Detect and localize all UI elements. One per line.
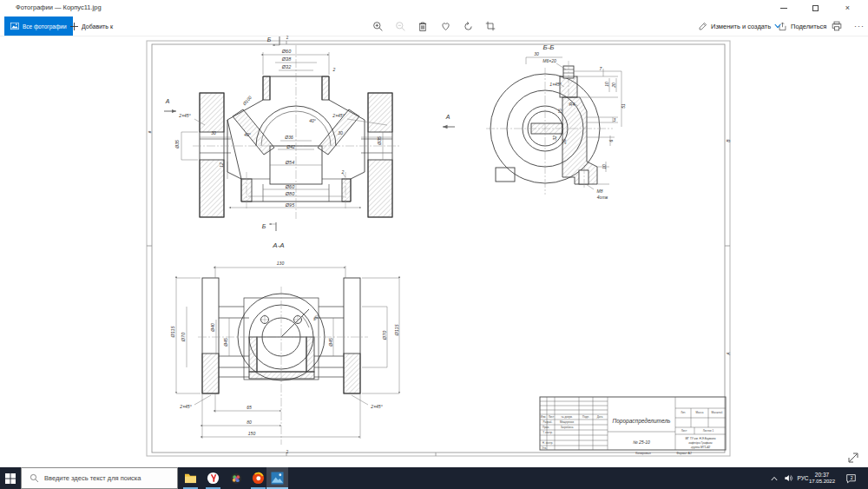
minimize-button[interactable]: [767, 0, 799, 16]
close-icon: ×: [845, 3, 850, 12]
dimension-label: Ø42: [286, 145, 294, 149]
dimension-label: Б: [262, 224, 266, 230]
dimension-label: 6: [609, 140, 614, 142]
dimension-label: 20: [612, 83, 616, 88]
dimension-label: 2×45°: [179, 114, 190, 118]
heart-icon: [440, 21, 451, 31]
drawing-labels: ББААØ60Ø38Ø3222×45°2×45°Ø35Ø353030Ø10040…: [0, 36, 868, 467]
photo-canvas[interactable]: ББААØ60Ø38Ø3222×45°2×45°Ø35Ø353030Ø10040…: [0, 36, 868, 467]
tray-clock[interactable]: 20:37 17.05.2022: [806, 467, 838, 489]
dimension-label: 30: [534, 52, 539, 56]
title-block-text: 2: [286, 36, 289, 41]
dimension-label: 130: [277, 261, 284, 266]
share-button[interactable]: Поделиться: [778, 18, 826, 34]
taskbar-app-compass[interactable]: [249, 469, 267, 487]
dimension-label: Ø45: [224, 338, 228, 346]
windows-logo-icon: [5, 473, 16, 484]
title-block-text: Лист: [681, 430, 687, 433]
dimension-label: 2: [333, 68, 336, 72]
dimension-label: Ø38: [282, 56, 291, 62]
dimension-label: А: [446, 115, 450, 121]
title-block-text: Разраб.: [543, 421, 553, 424]
title-block-text: № докум.: [561, 416, 572, 419]
title-block-text: Листов 1: [703, 430, 713, 433]
share-label: Поделиться: [791, 23, 826, 30]
favorite-button[interactable]: [437, 18, 454, 34]
dimension-label: № 25-10: [633, 440, 650, 445]
search-input[interactable]: [44, 474, 174, 482]
zoom-out-button[interactable]: [391, 18, 409, 34]
crop-button[interactable]: [482, 18, 499, 34]
file-explorer-icon: [184, 472, 197, 484]
rotate-button[interactable]: [459, 18, 477, 34]
diagonal-resize-icon[interactable]: [847, 452, 859, 464]
dimension-label: М6×20: [542, 59, 556, 63]
dimension-label: МГ ТУ им. Н.Э.Баумана: [685, 437, 715, 439]
dimension-label: 4отв: [597, 195, 608, 200]
zoom-in-button[interactable]: [369, 18, 386, 34]
dimension-label: R4: [569, 102, 575, 107]
dimension-label: Ø100: [242, 96, 253, 106]
title-block-text: Лит.: [681, 412, 686, 414]
start-button[interactable]: [0, 467, 21, 489]
speaker-icon: [784, 473, 793, 483]
title-block-text: Масса: [696, 412, 704, 414]
delete-button[interactable]: [414, 18, 431, 34]
title-block-text: Пров.: [542, 426, 549, 429]
dimension-label: 51: [621, 103, 626, 109]
dimension-label: 30: [211, 131, 216, 135]
more-options-button[interactable]: ···: [852, 18, 866, 34]
tray-action-center[interactable]: 2: [840, 467, 861, 489]
taskbar-app-photos-active[interactable]: [266, 467, 288, 489]
dimension-label: 10: [602, 164, 607, 169]
tray-show-hidden-icons[interactable]: [767, 467, 781, 489]
title-bar: Фотографии — Корпус11.jpg ×: [0, 0, 868, 16]
notification-count: 2: [850, 475, 852, 480]
close-button[interactable]: ×: [832, 0, 864, 16]
title-block-text: Н. контр.: [542, 442, 553, 445]
dimension-label: Ø32: [282, 64, 291, 69]
search-box[interactable]: [21, 467, 178, 489]
add-to-label: Добавить к: [82, 23, 113, 30]
dimension-label: 40°: [244, 133, 251, 137]
title-block-text: Дата: [597, 416, 603, 419]
title-block-text: Лист: [549, 416, 555, 419]
tray-time: 20:37: [815, 472, 829, 479]
dimension-label: Ø35: [378, 136, 382, 144]
dimension-label: 45°: [312, 314, 320, 322]
add-to-button[interactable]: Добавить к: [67, 17, 116, 36]
share-icon: [778, 22, 787, 31]
print-button[interactable]: [829, 18, 845, 34]
taskbar: РУС 20:37 17.05.2022 2: [0, 467, 868, 489]
photos-app-window: Фотографии — Корпус11.jpg × Все фотограф…: [0, 0, 868, 489]
tray-date: 17.05.2022: [809, 479, 835, 485]
dimension-label: 30: [338, 131, 343, 135]
edit-create-button[interactable]: Изменить и создать: [698, 18, 781, 34]
rotate-icon: [463, 21, 474, 32]
photo-icon: [10, 22, 19, 30]
taskbar-app-yandex-browser[interactable]: [204, 469, 222, 487]
dimension-label: 3: [614, 118, 616, 122]
taskbar-app-file-explorer[interactable]: [181, 469, 200, 487]
plus-icon: [70, 23, 78, 30]
dimension-label: 1×45°: [549, 83, 561, 87]
maximize-button[interactable]: [799, 0, 832, 16]
dimension-label: 2×45°: [180, 405, 191, 409]
dimension-label: М8: [597, 189, 603, 194]
title-block-text: Изм.: [541, 416, 546, 419]
dimension-label: 26: [562, 139, 567, 144]
dimension-label: А: [166, 99, 170, 105]
dimension-label: 10: [605, 82, 609, 87]
dimension-label: 2×45°: [371, 405, 382, 409]
dimension-label: 80: [247, 420, 252, 425]
title-block-text: Т. контр.: [542, 432, 553, 434]
dimension-label: Ø115: [394, 324, 399, 335]
title-block-text: Подп.: [582, 416, 589, 419]
printer-icon: [832, 21, 842, 31]
notification-icon: 2: [845, 473, 857, 484]
all-photos-button[interactable]: Все фотографии: [4, 17, 73, 36]
title-block-text: Утв.: [542, 447, 547, 450]
ellipsis-icon: ···: [854, 22, 865, 30]
taskbar-app-color-sphere[interactable]: [227, 469, 245, 487]
dimension-label: Ø70: [181, 333, 186, 341]
